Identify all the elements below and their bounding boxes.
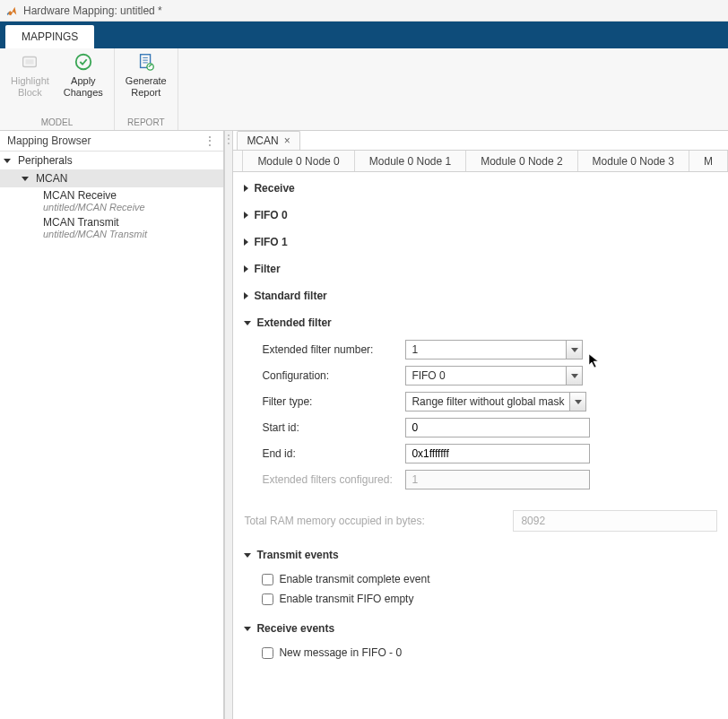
tree-label: MCAN Transmit: [43, 216, 218, 229]
filters-configured-input: [405, 470, 590, 489]
tool-group-model: Highlight Block Apply Changes MODEL: [0, 48, 115, 130]
tree-label: MCAN: [36, 172, 67, 185]
module-tabs: Module 0 Node 0 Module 0 Node 1 Module 0…: [233, 151, 728, 172]
tree-item-peripherals[interactable]: Peripherals: [0, 152, 223, 169]
generate-report-button[interactable]: Generate Report: [118, 48, 174, 116]
module-tab-2[interactable]: Module 0 Node 2: [466, 151, 577, 171]
section-label: Filter: [254, 263, 280, 275]
chevron-down-icon[interactable]: [566, 341, 582, 359]
matlab-icon: [5, 4, 18, 17]
generate-report-label: Generate Report: [126, 75, 167, 99]
toolstrip: Highlight Block Apply Changes MODEL Gene…: [0, 48, 728, 131]
tree-toggle-icon[interactable]: [5, 156, 14, 165]
section-receive-events[interactable]: Receive events: [244, 618, 717, 639]
tree-label: MCAN Receive: [43, 189, 218, 202]
svg-point-7: [147, 64, 153, 70]
mapping-browser-panel: Mapping Browser ⋮ Peripherals MCAN MCAN …: [0, 131, 224, 719]
tab-mappings[interactable]: MAPPINGS: [5, 25, 94, 48]
splitter-handle[interactable]: ⋮: [224, 131, 233, 719]
tree-toggle-icon[interactable]: [23, 174, 32, 183]
highlight-block-icon: [20, 52, 39, 72]
apply-changes-icon: [74, 52, 93, 72]
mapping-browser-header: Mapping Browser ⋮: [0, 131, 223, 152]
section-label: FIFO 1: [254, 236, 287, 248]
end-id-input[interactable]: [405, 444, 590, 463]
module-tab-3[interactable]: Module 0 Node 3: [578, 151, 689, 171]
apply-changes-label: Apply Changes: [64, 75, 103, 99]
mapping-tree: Peripherals MCAN MCAN Receive untitled/M…: [0, 152, 223, 719]
section-transmit-events[interactable]: Transmit events: [244, 544, 717, 566]
total-ram-label: Total RAM memory occupied in bytes:: [244, 515, 513, 527]
extended-filter-number-select[interactable]: 1: [405, 340, 583, 360]
section-label: Standard filter: [254, 290, 326, 302]
section-filter[interactable]: Filter: [244, 258, 717, 280]
chevron-down-icon[interactable]: [566, 367, 582, 385]
enable-transmit-complete-label: Enable transmit complete event: [279, 573, 429, 585]
start-id-input[interactable]: [405, 418, 590, 437]
section-label: Receive: [254, 182, 294, 195]
section-standard-filter[interactable]: Standard filter: [244, 285, 717, 307]
tree-item-mcan-receive[interactable]: MCAN Receive untitled/MCAN Receive: [0, 187, 223, 214]
select-value: FIFO 0: [406, 367, 566, 385]
group-label-report: REPORT: [127, 116, 165, 130]
window-title: Hardware Mapping: untitled *: [23, 4, 162, 17]
editor-pane: MCAN × Module 0 Node 0 Module 0 Node 1 M…: [233, 131, 728, 719]
doc-tab-mcan[interactable]: MCAN ×: [237, 131, 299, 150]
highlight-block-label: Highlight Block: [11, 75, 49, 99]
select-value: 1: [406, 341, 566, 359]
svg-point-2: [76, 55, 91, 70]
close-icon[interactable]: ×: [284, 134, 290, 147]
total-ram-value: 8092: [513, 510, 717, 532]
tree-path-label: untitled/MCAN Receive: [43, 202, 218, 212]
svg-rect-1: [26, 59, 34, 65]
select-value: Range filter without global mask: [406, 393, 569, 411]
mapping-browser-title: Mapping Browser: [7, 134, 91, 147]
filters-configured-label: Extended filters configured:: [262, 473, 405, 486]
doc-tab-label: MCAN: [247, 134, 278, 147]
title-bar: Hardware Mapping: untitled *: [0, 0, 728, 22]
section-label: FIFO 0: [254, 209, 287, 221]
chevron-down-icon[interactable]: [569, 393, 585, 411]
filter-type-select[interactable]: Range filter without global mask: [405, 392, 586, 411]
new-msg-fifo0-label: New message in FIFO - 0: [279, 646, 402, 659]
content-scroll[interactable]: Receive FIFO 0 FIFO 1 Filter Standard fi…: [233, 172, 728, 719]
start-id-label: Start id:: [262, 421, 405, 434]
section-receive[interactable]: Receive: [244, 178, 717, 199]
mapping-browser-menu-icon[interactable]: ⋮: [204, 134, 216, 147]
group-label-model: MODEL: [41, 116, 74, 130]
generate-report-icon: [136, 52, 156, 72]
ribbon-tabs: MAPPINGS: [0, 22, 728, 48]
configuration-select[interactable]: FIFO 0: [405, 366, 583, 385]
end-id-label: End id:: [262, 447, 405, 460]
section-label: Transmit events: [256, 549, 338, 561]
enable-transmit-fifo-empty-label: Enable transmit FIFO empty: [279, 593, 413, 605]
tree-label: Peripherals: [18, 154, 73, 167]
apply-changes-button[interactable]: Apply Changes: [56, 48, 110, 116]
highlight-block-button: Highlight Block: [4, 48, 56, 116]
enable-transmit-complete-checkbox[interactable]: [262, 574, 273, 585]
tree-item-mcan-transmit[interactable]: MCAN Transmit untitled/MCAN Transmit: [0, 214, 223, 241]
tree-item-mcan[interactable]: MCAN: [0, 169, 223, 187]
extended-filter-number-label: Extended filter number:: [262, 343, 405, 356]
section-fifo0[interactable]: FIFO 0: [244, 204, 717, 226]
filter-type-label: Filter type:: [262, 395, 405, 408]
section-label: Receive events: [256, 622, 334, 635]
enable-transmit-fifo-empty-checkbox[interactable]: [262, 593, 273, 605]
new-msg-fifo0-checkbox[interactable]: [262, 647, 273, 659]
tool-group-report: Generate Report REPORT: [115, 48, 178, 130]
module-tab-4[interactable]: M: [689, 151, 728, 171]
section-fifo1[interactable]: FIFO 1: [244, 231, 717, 253]
section-label: Extended filter: [256, 316, 331, 329]
tree-path-label: untitled/MCAN Transmit: [43, 229, 218, 239]
section-extended-filter[interactable]: Extended filter: [244, 312, 717, 334]
configuration-label: Configuration:: [262, 369, 405, 382]
module-tab-1[interactable]: Module 0 Node 1: [355, 151, 466, 171]
module-tab-0[interactable]: Module 0 Node 0: [242, 151, 354, 171]
